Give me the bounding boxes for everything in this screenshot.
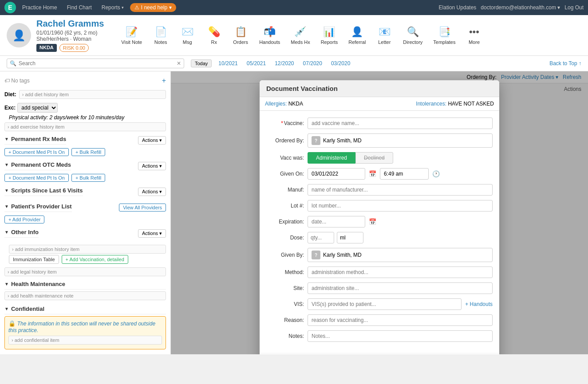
- timeline-bar: 🔍 ✕ Today 10/2021 05/2021 12/2020 07/202…: [0, 56, 588, 71]
- notes-input[interactable]: [308, 330, 493, 342]
- document-med-rx-button[interactable]: + Document Med Pt Is On: [4, 148, 69, 156]
- intolerances-link[interactable]: Intolerances:: [416, 101, 446, 107]
- nav-practice-home[interactable]: Practice Home: [19, 3, 61, 12]
- manuf-input[interactable]: [308, 184, 493, 196]
- scripts-actions-button[interactable]: Actions ▾: [138, 188, 166, 196]
- toolbar-referral[interactable]: 👤 Referral: [343, 23, 371, 48]
- timeline-date-5[interactable]: 03/2020: [331, 60, 350, 67]
- timeline-date-4[interactable]: 07/2020: [303, 60, 322, 67]
- toolbar-handouts-label: Handouts: [259, 39, 280, 45]
- search-input[interactable]: [19, 60, 174, 67]
- reason-label: Reason:: [266, 317, 304, 323]
- toolbar-notes[interactable]: 📄 Notes: [147, 23, 174, 48]
- badge-nkda: NKDA: [36, 44, 57, 52]
- expiration-calendar-icon[interactable]: 📅: [369, 218, 376, 225]
- right-content: Ordering By: Provider Activity Dates ▾ R…: [171, 71, 588, 354]
- declined-button[interactable]: Declined: [355, 152, 393, 164]
- document-med-otc-button[interactable]: + Document Med Pt Is On: [4, 174, 69, 182]
- search-bar[interactable]: 🔍 ✕: [7, 59, 184, 68]
- ordered-by-field[interactable]: ? Karly Smith, MD: [308, 133, 493, 148]
- nav-elation-updates[interactable]: Elation Updates: [439, 4, 477, 11]
- timeline-date-3[interactable]: 12/2020: [275, 60, 294, 67]
- health-maintenance-title: Health Maintenance: [11, 281, 65, 287]
- immunization-table-button[interactable]: Immunization Table: [9, 255, 59, 264]
- vacc-input[interactable]: › add immunization history item: [9, 245, 166, 254]
- view-all-providers-button[interactable]: View All Providers: [119, 204, 166, 212]
- method-input[interactable]: [308, 266, 493, 278]
- vis-input[interactable]: [308, 298, 462, 310]
- app-logo[interactable]: E: [4, 2, 16, 13]
- bulk-refill-rx-button[interactable]: + Bulk Refill: [71, 148, 105, 156]
- notes-row: Notes:: [266, 330, 493, 342]
- vacc-toggle: Administered Declined: [308, 152, 493, 164]
- toolbar-more[interactable]: ••• More: [461, 23, 487, 48]
- vacc-was-label: Vacc was:: [266, 155, 304, 161]
- permanent-rx-section: ▼ Permanent Rx Meds Actions ▾ + Document…: [4, 134, 166, 156]
- vaccine-label: Vaccine:: [266, 120, 304, 126]
- templates-icon: 📑: [438, 26, 450, 38]
- site-row: Site:: [266, 282, 493, 294]
- vaccine-row: Vaccine:: [266, 118, 493, 129]
- toolbar-orders[interactable]: 📋 Orders: [227, 23, 254, 48]
- nav-reports[interactable]: Reports ▾: [98, 3, 127, 12]
- given-on-time-input[interactable]: [380, 168, 429, 180]
- health-note-input[interactable]: › add health maintenance note: [4, 291, 166, 300]
- reason-input[interactable]: [308, 314, 493, 326]
- toolbar-visit-note[interactable]: 📝 Visit Note: [116, 23, 147, 48]
- dose-unit-input[interactable]: [337, 232, 363, 243]
- today-button[interactable]: Today: [191, 59, 212, 67]
- scripts-section: ▼ Scripts Since Last 6 Visits Actions ▾: [4, 185, 166, 198]
- timeline-date-2[interactable]: 05/2021: [247, 60, 266, 67]
- toolbar: 📝 Visit Note 📄 Notes ✉️ Msg 💊 Rx 📋 Order…: [114, 23, 581, 48]
- add-provider-button[interactable]: + Add Provider: [4, 216, 44, 223]
- lot-row: Lot #:: [266, 200, 493, 212]
- lot-input[interactable]: [308, 200, 493, 212]
- given-on-date-input[interactable]: [308, 168, 365, 180]
- exercise-input[interactable]: › add exercise history item: [4, 122, 166, 131]
- clear-search-icon[interactable]: ✕: [177, 60, 181, 67]
- add-tag-button[interactable]: +: [162, 77, 166, 85]
- patient-name[interactable]: Rachel Gramms: [36, 19, 104, 29]
- timeline-dates: 10/2021 05/2021 12/2020 07/2020 03/2020: [218, 60, 350, 67]
- toolbar-orders-label: Orders: [233, 39, 248, 45]
- ordered-by-avatar: ?: [312, 136, 320, 145]
- given-by-field[interactable]: ? Karly Smith, MD: [308, 248, 493, 262]
- confidential-placeholder: › add confidential item: [12, 337, 59, 343]
- confidential-input[interactable]: › add confidential item: [8, 336, 162, 345]
- toolbar-templates[interactable]: 📑 Templates: [428, 23, 461, 48]
- legal-input[interactable]: › add legal history item: [4, 267, 166, 276]
- site-input[interactable]: [308, 282, 493, 294]
- nav-logout[interactable]: Log Out: [564, 4, 584, 11]
- back-to-top[interactable]: Back to Top ↑: [549, 60, 581, 67]
- toolbar-meds-hx[interactable]: 💉 Meds Hx: [285, 23, 315, 48]
- orders-icon: 📋: [235, 26, 247, 38]
- bulk-refill-otc-button[interactable]: + Bulk Refill: [71, 174, 105, 182]
- time-picker-icon[interactable]: 🕐: [432, 170, 440, 177]
- toolbar-directory[interactable]: 🔍 Directory: [398, 23, 428, 48]
- immunization-registry-section[interactable]: ▶ Immunization Registry Info: [260, 353, 499, 354]
- handouts-link[interactable]: + Handouts: [465, 301, 493, 307]
- toolbar-rx[interactable]: 💊 Rx: [201, 23, 227, 48]
- toolbar-reports[interactable]: 📊 Reports: [316, 23, 343, 48]
- exc-select[interactable]: add special: [17, 103, 58, 113]
- dose-qty-input[interactable]: [308, 232, 334, 243]
- nav-find-chart[interactable]: Find Chart: [63, 3, 95, 12]
- other-info-actions-button[interactable]: Actions ▾: [138, 229, 166, 238]
- toolbar-msg[interactable]: ✉️ Msg: [174, 23, 201, 48]
- add-vaccination-button[interactable]: + Add Vaccination, detailed: [62, 255, 128, 264]
- toolbar-letter[interactable]: 📧 Letter: [371, 23, 398, 48]
- toolbar-directory-label: Directory: [403, 39, 422, 45]
- nav-account[interactable]: doctordemo@elationhealth.com ▾: [481, 4, 560, 11]
- toolbar-handouts[interactable]: 📬 Handouts: [254, 23, 285, 48]
- otc-actions-button[interactable]: Actions ▾: [138, 162, 166, 170]
- allergies-link[interactable]: Allergies:: [265, 101, 287, 107]
- diet-input[interactable]: › add diet history item: [19, 90, 166, 99]
- timeline-date-1[interactable]: 10/2021: [218, 60, 237, 67]
- given-on-calendar-icon[interactable]: 📅: [369, 170, 376, 177]
- left-sidebar: 🏷 No tags + Diet: › add diet history ite…: [0, 71, 171, 354]
- nav-help[interactable]: ⚠ I need help ▾: [130, 3, 176, 12]
- expiration-input[interactable]: [308, 216, 365, 227]
- rx-actions-button[interactable]: Actions ▾: [138, 136, 166, 145]
- administered-button[interactable]: Administered: [308, 152, 355, 164]
- vaccine-input[interactable]: [308, 118, 493, 129]
